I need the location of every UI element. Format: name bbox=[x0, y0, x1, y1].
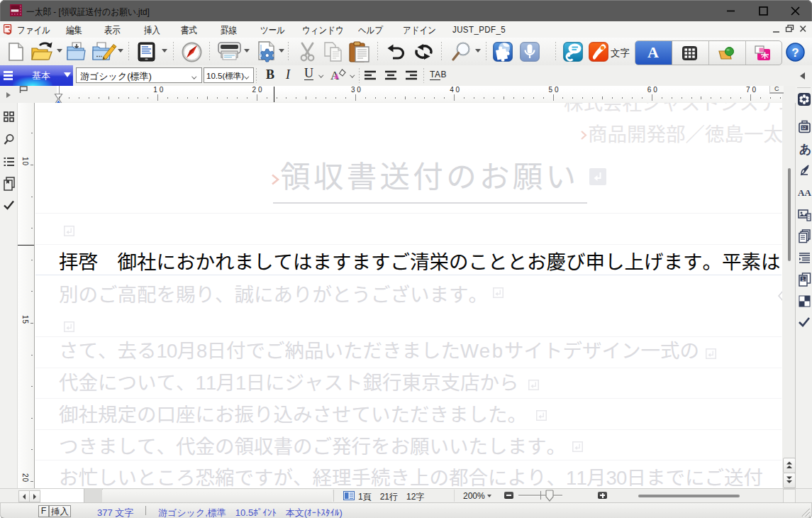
svg-text:A: A bbox=[330, 69, 340, 82]
svg-text:?: ? bbox=[791, 46, 799, 60]
svg-text:1-: 1- bbox=[801, 277, 806, 282]
svg-text:12: 12 bbox=[801, 126, 806, 130]
